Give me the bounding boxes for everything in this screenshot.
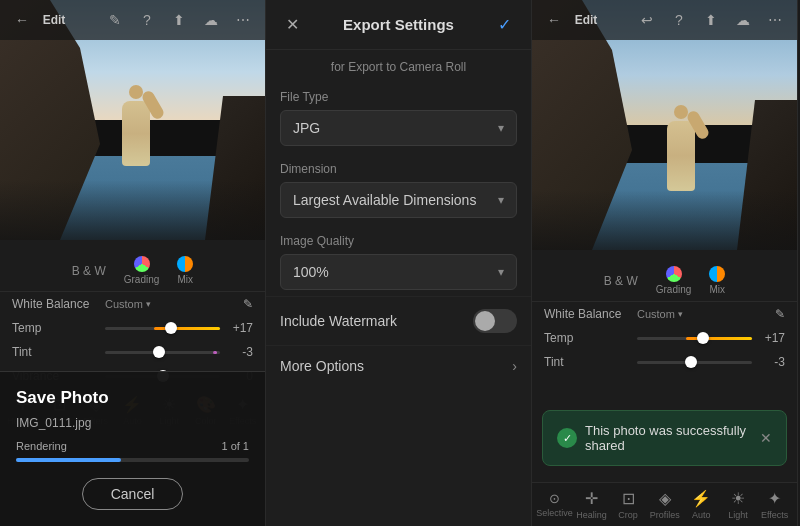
right-person-figure <box>666 105 696 200</box>
right-toolbar: ⊙ Selective ✛ Healing ⊡ Crop ◈ Profiles … <box>532 482 797 526</box>
right-tint-row: Tint -3 <box>532 350 797 374</box>
left-photo-area: ← Edit ✎ ? ⬆ ☁ ⋯ <box>0 0 265 240</box>
right-bw-label: B & W <box>604 274 638 288</box>
more-options-label: More Options <box>280 358 364 374</box>
middle-panel: ✕ Export Settings ✓ for Export to Camera… <box>266 0 532 526</box>
tab-grading[interactable]: Grading <box>124 256 160 285</box>
file-type-label: File Type <box>280 90 517 104</box>
undo-icon[interactable]: ✎ <box>103 8 127 32</box>
grading-tab-label: Grading <box>124 274 160 285</box>
tint-slider[interactable] <box>105 351 220 354</box>
left-header-left: ← Edit <box>10 8 66 32</box>
quality-section: Image Quality 100% ▾ <box>266 224 531 296</box>
watermark-label: Include Watermark <box>280 313 397 329</box>
export-confirm-button[interactable]: ✓ <box>493 13 517 37</box>
right-wb-value: Custom <box>637 308 675 320</box>
cloud-icon[interactable]: ☁ <box>199 8 223 32</box>
right-toolbar-crop[interactable]: ⊡ Crop <box>610 489 646 520</box>
success-toast: ✓ This photo was successfully shared ✕ <box>542 410 787 466</box>
right-toolbar-effects[interactable]: ✦ Effects <box>757 489 793 520</box>
quality-dropdown[interactable]: 100% ▾ <box>280 254 517 290</box>
toast-content: ✓ This photo was successfully shared <box>557 423 760 453</box>
wb-value: Custom <box>105 298 143 310</box>
dimension-label: Dimension <box>280 162 517 176</box>
tint-label: Tint <box>12 345 97 359</box>
right-temp-slider[interactable] <box>637 337 752 340</box>
share-icon[interactable]: ⬆ <box>167 8 191 32</box>
selective-label: Selective <box>536 508 573 518</box>
temp-row: Temp +17 <box>0 316 265 340</box>
left-header: ← Edit ✎ ? ⬆ ☁ ⋯ <box>0 0 265 40</box>
right-healing-icon: ✛ <box>585 489 598 508</box>
right-healing-label: Healing <box>576 510 607 520</box>
back-icon[interactable]: ← <box>10 8 34 32</box>
right-wb-pencil[interactable]: ✎ <box>775 307 785 321</box>
save-title: Save Photo <box>16 388 249 408</box>
quality-arrow: ▾ <box>498 265 504 279</box>
right-more-icon[interactable]: ⋯ <box>763 8 787 32</box>
right-adjust-panel: B & W Grading Mix White Balance Custom ▾… <box>532 250 797 374</box>
right-temp-label: Temp <box>544 331 629 345</box>
right-help-icon[interactable]: ? <box>667 8 691 32</box>
profiles-icon: ◈ <box>659 489 671 508</box>
export-close-button[interactable]: ✕ <box>280 13 304 37</box>
mix-icon <box>177 256 193 272</box>
mix-tab-label: Mix <box>178 274 194 285</box>
right-tab-bw[interactable]: B & W <box>604 274 638 288</box>
tint-value: -3 <box>228 345 253 359</box>
tab-mix[interactable]: Mix <box>177 256 193 285</box>
wb-pencil-icon[interactable]: ✎ <box>243 297 253 311</box>
tint-fill <box>213 351 216 354</box>
watermark-toggle[interactable] <box>473 309 517 333</box>
right-grading-icon <box>666 266 682 282</box>
wb-chevron: ▾ <box>146 299 151 309</box>
temp-thumb <box>165 322 177 334</box>
right-back-icon[interactable]: ← <box>542 8 566 32</box>
toast-close-button[interactable]: ✕ <box>760 430 772 446</box>
left-header-right: ✎ ? ⬆ ☁ ⋯ <box>103 8 255 32</box>
help-icon[interactable]: ? <box>135 8 159 32</box>
toast-message: This photo was successfully shared <box>585 423 760 453</box>
right-toolbar-auto[interactable]: ⚡ Auto <box>683 489 719 520</box>
right-person-body <box>667 121 695 191</box>
file-type-section: File Type JPG ▾ <box>266 80 531 152</box>
right-toolbar-healing[interactable]: ✛ Healing <box>573 489 609 520</box>
save-progress-labels: Rendering 1 of 1 <box>16 440 249 452</box>
right-person-head <box>674 105 688 119</box>
right-share-icon[interactable]: ⬆ <box>699 8 723 32</box>
cancel-button[interactable]: Cancel <box>82 478 184 510</box>
right-undo-icon[interactable]: ↩ <box>635 8 659 32</box>
rendering-label: Rendering <box>16 440 67 452</box>
right-tint-slider[interactable] <box>637 361 752 364</box>
tab-bw[interactable]: B & W <box>72 264 106 278</box>
temp-slider[interactable] <box>105 327 220 330</box>
more-icon[interactable]: ⋯ <box>231 8 255 32</box>
right-toolbar-light[interactable]: ☀ Light <box>720 489 756 520</box>
right-tab-row: B & W Grading Mix <box>532 260 797 302</box>
dimension-dropdown[interactable]: Largest Available Dimensions ▾ <box>280 182 517 218</box>
file-type-dropdown[interactable]: JPG ▾ <box>280 110 517 146</box>
right-wb-badge[interactable]: Custom ▾ <box>637 308 683 320</box>
toggle-thumb <box>475 311 495 331</box>
right-auto-icon: ⚡ <box>691 489 711 508</box>
right-light-label: Light <box>728 510 748 520</box>
right-tab-mix[interactable]: Mix <box>709 266 725 295</box>
right-toolbar-profiles[interactable]: ◈ Profiles <box>647 489 683 520</box>
wb-value-badge[interactable]: Custom ▾ <box>105 298 151 310</box>
right-tab-grading[interactable]: Grading <box>656 266 692 295</box>
white-balance-row: White Balance Custom ▾ ✎ <box>0 292 265 316</box>
right-toolbar-selective[interactable]: ⊙ Selective <box>536 491 573 518</box>
more-options-row[interactable]: More Options › <box>266 345 531 386</box>
right-tint-thumb <box>685 356 697 368</box>
right-crop-label: Crop <box>618 510 638 520</box>
profiles-label: Profiles <box>650 510 680 520</box>
right-wb-label: White Balance <box>544 307 629 321</box>
right-temp-value: +17 <box>760 331 785 345</box>
temp-label: Temp <box>12 321 97 335</box>
right-cloud-icon[interactable]: ☁ <box>731 8 755 32</box>
dimension-arrow: ▾ <box>498 193 504 207</box>
left-adjust-panel: B & W Grading Mix White Balance Custom ▾… <box>0 240 265 388</box>
grading-icon <box>134 256 150 272</box>
right-grading-label: Grading <box>656 284 692 295</box>
export-subtitle: for Export to Camera Roll <box>266 50 531 80</box>
